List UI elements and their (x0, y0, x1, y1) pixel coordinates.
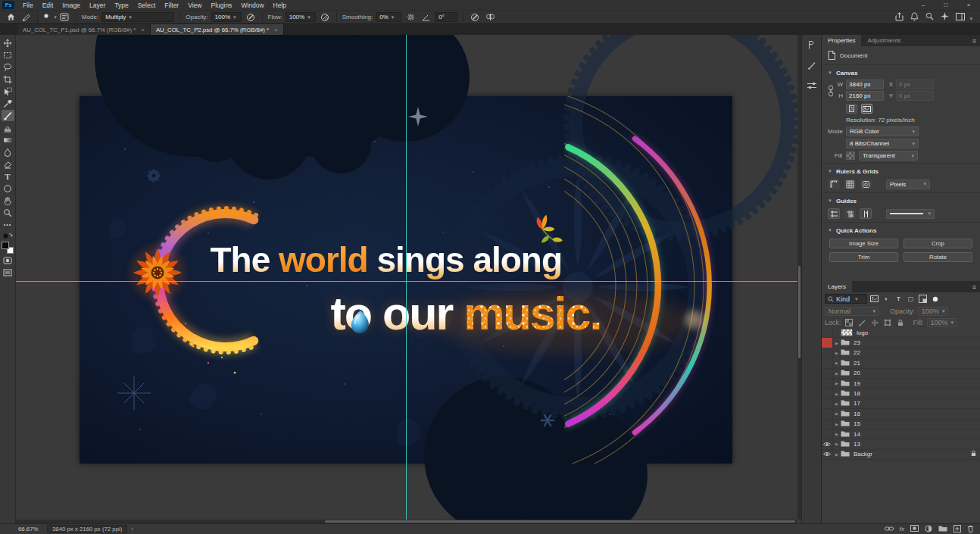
landscape-orientation-button[interactable] (861, 104, 872, 114)
menu-select[interactable]: Select (133, 2, 161, 9)
bit-depth-select[interactable]: 8 Bits/Channel (846, 139, 919, 148)
panel-menu-icon[interactable]: ≡ (972, 37, 980, 45)
foreground-background-swatches[interactable] (2, 242, 14, 254)
edit-toolbar-icon[interactable]: ••• (2, 219, 14, 230)
tab-adjustments[interactable]: Adjustments (861, 35, 907, 46)
marquee-tool-icon[interactable] (2, 49, 14, 61)
guide-layout-icon[interactable] (844, 208, 856, 219)
expand-group-icon[interactable]: ▶ (833, 392, 841, 396)
quick-actions-section-header[interactable]: ▼ Quick Actions (828, 225, 974, 236)
discover-icon[interactable] (941, 12, 949, 22)
units-select[interactable]: Pixels (886, 180, 930, 189)
visibility-toggle[interactable] (822, 389, 833, 398)
document-tab-1[interactable]: AU_COL_TC_P1.psd @ 66.7% (RGB/8#) * × (17, 24, 151, 35)
layer-row-background[interactable]: ▶ Backgr (822, 450, 980, 460)
crop-button[interactable]: Crop (904, 239, 972, 248)
trim-button[interactable]: Trim (829, 252, 898, 262)
menu-window[interactable]: Window (236, 2, 268, 9)
layer-name[interactable]: 17 (854, 400, 860, 407)
vertical-scrollbar[interactable] (797, 35, 801, 520)
expand-group-icon[interactable]: ▶ (833, 351, 841, 355)
menu-help[interactable]: Help (269, 2, 291, 9)
snap-toggle-icon[interactable] (860, 179, 872, 189)
home-icon[interactable] (5, 11, 17, 23)
airbrush-icon[interactable] (319, 11, 331, 23)
layer-mask-icon[interactable] (910, 525, 919, 533)
close-button[interactable]: × (957, 0, 980, 10)
expand-group-icon[interactable]: ▶ (833, 341, 841, 345)
menu-image[interactable]: Image (58, 2, 85, 9)
menu-type[interactable]: Type (110, 2, 133, 9)
blend-mode-select[interactable]: Normal (825, 307, 879, 316)
layer-name[interactable]: 22 (854, 349, 860, 356)
horizontal-guide[interactable] (16, 281, 797, 282)
paint-symmetry-butterfly-icon[interactable] (484, 11, 496, 23)
visibility-toggle[interactable] (822, 369, 833, 378)
horizontal-scrollbar-thumb[interactable] (325, 520, 795, 523)
lasso-tool-icon[interactable] (2, 61, 14, 73)
tab-properties[interactable]: Properties (822, 35, 861, 46)
lock-all-icon[interactable] (896, 317, 906, 327)
visibility-toggle[interactable] (822, 429, 833, 439)
portrait-orientation-button[interactable] (846, 104, 857, 114)
layer-name[interactable]: 13 (854, 441, 860, 448)
pressure-opacity-icon[interactable] (245, 11, 257, 23)
menu-filter[interactable]: Filter (160, 2, 183, 9)
delete-layer-icon[interactable] (967, 525, 974, 534)
visibility-toggle[interactable] (822, 348, 833, 358)
layer-row-19[interactable]: ▶ 19 (822, 379, 980, 389)
new-layer-icon[interactable] (953, 525, 961, 534)
new-group-icon[interactable] (938, 525, 947, 533)
visibility-toggle[interactable] (822, 358, 833, 367)
expand-group-icon[interactable]: ▶ (833, 432, 841, 436)
object-selection-tool-icon[interactable] (2, 86, 14, 97)
visibility-toggle[interactable] (822, 409, 833, 418)
foreground-color-swatch[interactable] (2, 242, 9, 249)
opacity-field[interactable]: 100% (211, 12, 242, 22)
notifications-bell-icon[interactable] (910, 12, 919, 23)
brush-preset-picker[interactable] (43, 11, 55, 23)
move-tool-icon[interactable] (2, 37, 14, 48)
layer-opacity-field[interactable]: 100% (918, 307, 948, 316)
vertical-scrollbar-thumb[interactable] (798, 266, 801, 358)
link-layers-icon[interactable] (885, 526, 894, 533)
minimize-button[interactable]: – (912, 0, 935, 10)
eraser-tool-icon[interactable] (2, 158, 14, 170)
layer-row-14[interactable]: ▶ 14 (822, 429, 980, 439)
expand-group-icon[interactable]: ▶ (833, 442, 841, 446)
photoshop-logo-icon[interactable]: Ps (2, 1, 14, 9)
layer-row-22[interactable]: ▶ 22 (822, 348, 980, 358)
height-field[interactable]: 2160 px (846, 91, 884, 101)
expand-group-icon[interactable]: ▶ (833, 411, 841, 416)
expand-group-icon[interactable]: ▶ (833, 452, 841, 457)
rotate-button[interactable]: Rotate (904, 252, 972, 262)
layer-row-23[interactable]: ▶ 23 (822, 338, 980, 348)
search-icon[interactable] (925, 12, 934, 22)
workspace-switcher-icon[interactable] (956, 13, 972, 22)
maximize-button[interactable]: □ (935, 0, 957, 10)
layer-name[interactable]: 18 (854, 390, 860, 397)
document-tab-2[interactable]: AU_COL_TC_P2.psd @ 66.7% (RGB/8#) * × (151, 24, 284, 35)
menu-view[interactable]: View (183, 2, 206, 9)
expand-group-icon[interactable]: ▶ (833, 401, 841, 406)
flow-field[interactable]: 100% (286, 12, 316, 22)
layer-row-20[interactable]: ▶ 20 (822, 369, 980, 379)
expand-group-icon[interactable]: ▶ (833, 422, 841, 426)
layer-row-15[interactable]: ▶ 15 (822, 420, 980, 429)
canvas-section-header[interactable]: ▼ Canvas (828, 67, 974, 78)
lock-artboard-icon[interactable] (883, 317, 893, 327)
layer-row-17[interactable]: ▶ 17 (822, 399, 980, 409)
clear-guides-icon[interactable] (860, 208, 872, 219)
pressure-size-icon[interactable] (469, 11, 481, 23)
color-mode-select[interactable]: RGB Color (846, 126, 919, 136)
shape-tool-icon[interactable] (2, 183, 14, 194)
guide-style-select[interactable] (886, 209, 935, 219)
default-colors-icon[interactable] (3, 233, 13, 239)
zoom-tool-icon[interactable] (2, 207, 14, 218)
layer-name[interactable]: 20 (854, 370, 860, 376)
brush-angle-field[interactable]: 0° (435, 12, 457, 22)
layers-panel-menu-icon[interactable]: ≡ (972, 283, 980, 291)
smoothing-options-gear-icon[interactable] (404, 11, 417, 23)
brush-tool-icon[interactable] (2, 110, 14, 121)
zoom-level[interactable]: 66.67% (18, 526, 47, 532)
